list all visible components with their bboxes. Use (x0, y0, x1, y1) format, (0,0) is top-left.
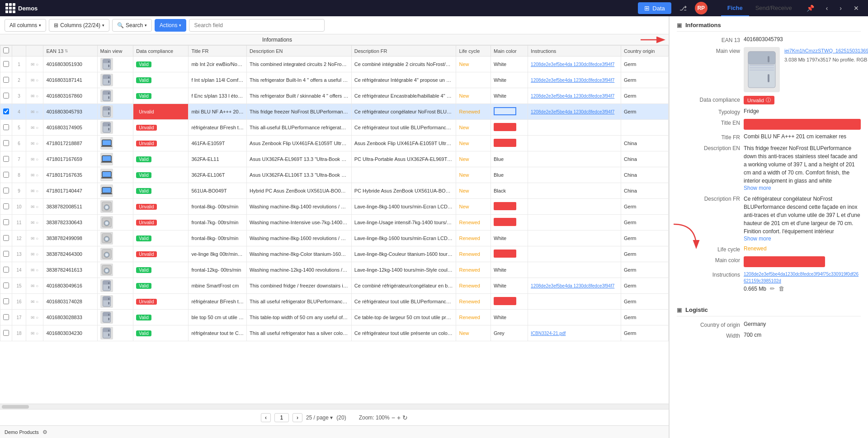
row-number: 2 (12, 72, 26, 88)
search-button[interactable]: 🔍 Search ▾ (112, 19, 152, 32)
table-row[interactable]: 14✉ ○3838782461613Validfrontal-12kg- 00t… (0, 262, 669, 278)
header-country[interactable]: Country origin (621, 46, 669, 57)
avatar[interactable]: RP (695, 2, 708, 14)
header-instructions[interactable]: Instructions (528, 46, 621, 57)
row-checkbox[interactable] (3, 124, 9, 130)
settings-icon[interactable]: ⚙ (42, 429, 47, 435)
header-data-compliance[interactable]: Data compliance (133, 46, 189, 57)
row-checkbox[interactable] (3, 77, 9, 83)
page-input[interactable] (274, 413, 289, 422)
field-desc-fr: Description FR Ce réfrigérateur congélat… (677, 195, 861, 242)
collapse-icon[interactable]: ▣ (677, 22, 682, 28)
show-more-en[interactable]: Show more (744, 185, 771, 191)
table-row[interactable]: 4✉ ○4016803045793Unvalidmbi BLU NF A+++ … (0, 104, 669, 120)
columns-button[interactable]: ⊞ Columns (22/24) ▾ (49, 19, 109, 32)
instructions-edit-button[interactable]: ✏ (770, 285, 775, 292)
header-main-view[interactable]: Main view (97, 46, 133, 57)
refresh-button[interactable]: ↻ (402, 414, 408, 421)
info-icon[interactable]: ⓘ (766, 97, 771, 104)
row-checkbox[interactable] (3, 172, 9, 178)
table-row[interactable]: 3✉ ○4016803167860Validf Enc s/plan 133 l… (0, 88, 669, 104)
row-checkbox[interactable] (3, 108, 9, 114)
scroll-thumb[interactable] (2, 405, 29, 409)
instructions-link[interactable]: 1208de2e3ef5be4da 1230dc8fedce3f94f7 (531, 62, 614, 67)
instructions-link[interactable]: 1208de2e3ef5be4da 1230dc8fedce3f94f7 (531, 109, 614, 114)
select-all-checkbox[interactable] (3, 47, 9, 53)
show-more-fr[interactable]: Show more (744, 235, 771, 242)
row-main-color (491, 215, 528, 231)
instructions-link[interactable]: 1208de2e3ef5be4da 1230dc8fedce3f94f7 (531, 78, 614, 83)
header-lifecycle[interactable]: Life cycle (456, 46, 491, 57)
table-row[interactable]: 18✉ ○4016803034230Validréfrigérateur tou… (0, 325, 669, 341)
color-red-block (494, 250, 516, 258)
row-checkbox[interactable] (3, 283, 9, 288)
all-columns-button[interactable]: All columns ▾ (5, 19, 46, 32)
row-checkbox[interactable] (3, 93, 9, 99)
header-desc-fr[interactable]: Description FR (351, 46, 456, 57)
instructions-link[interactable]: 1208de2e3ef5be4da 1230dc8fedce3f94f7 (531, 94, 614, 99)
header-desc-en[interactable]: Description EN (247, 46, 352, 57)
tab-fiche[interactable]: Fiche (721, 0, 749, 16)
title-en-value[interactable] (744, 119, 861, 130)
table-row[interactable]: 12✉ ○3838782499098Validfrontal-8kg- 00tr… (0, 231, 669, 246)
actions-button[interactable]: Actions ▾ (155, 19, 186, 32)
data-button[interactable]: ⊞ Data (638, 2, 671, 14)
header-ean13[interactable]: EAN 13 ⇅ (43, 46, 97, 57)
per-page-selector[interactable]: 25 / page ▾ (306, 414, 333, 421)
main-color-value[interactable] (744, 256, 825, 267)
row-checkbox[interactable] (3, 267, 9, 273)
pin-icon[interactable]: 📌 (803, 3, 818, 14)
nav-next-icon[interactable]: › (836, 3, 845, 14)
table-row[interactable]: 17✉ ○4016803028833Validble top 50 cm ut … (0, 310, 669, 325)
zoom-out-button[interactable]: − (392, 414, 395, 421)
row-checkbox[interactable] (3, 61, 9, 67)
invalid-badge: Unvalid (136, 141, 156, 146)
horizontal-scrollbar[interactable] (0, 404, 669, 409)
row-checkbox[interactable] (3, 235, 9, 241)
table-row[interactable]: 8✉ ○4718017167635Valid362FA-EL106TAsus U… (0, 167, 669, 183)
page-next-button[interactable]: › (292, 413, 302, 422)
instructions-link[interactable]: 1208de2e3ef5be4da 1230dc8fedce3f94f7 (531, 283, 614, 288)
row-checkbox[interactable] (3, 140, 9, 146)
data-table-wrapper[interactable]: EAN 13 ⇅ Main view Data compliance Title… (0, 45, 669, 404)
table-row[interactable]: 10✉ ○3838782008511Unvalidfrontal-8kg- 00… (0, 199, 669, 215)
close-icon[interactable]: ✕ (850, 3, 863, 14)
zoom-in-button[interactable]: + (397, 414, 401, 421)
row-checkbox[interactable] (3, 298, 9, 304)
svg-rect-63 (108, 334, 109, 336)
network-icon-button[interactable]: ⎇ (676, 3, 690, 14)
row-data-compliance: Valid (133, 72, 189, 88)
table-row[interactable]: 13✉ ○3838782464300Unvalidve-linge 8kg 00… (0, 246, 669, 262)
search-input[interactable] (189, 19, 325, 32)
row-checkbox[interactable] (3, 188, 9, 193)
row-checkbox[interactable] (3, 156, 9, 162)
instructions-delete-button[interactable]: 🗑 (778, 285, 784, 292)
file-link[interactable]: iei7Km1hCmzzSTWQ_1625150313692.jpg (784, 47, 868, 55)
table-row[interactable]: 2✉ ○4016803187141Validf Int s/plan 114l … (0, 72, 669, 88)
instructions-link[interactable]: 1208de2e3ef5be4da1230dc8fedce3f94f75c330… (744, 271, 861, 284)
table-row[interactable]: 16✉ ○4016803174028Unvalidréfrigérateur B… (0, 294, 669, 310)
instructions-link[interactable]: ICBN3324-21.pdf (531, 331, 566, 336)
row-checkbox[interactable] (3, 330, 9, 336)
row-checkbox[interactable] (3, 314, 9, 320)
table-row[interactable]: 5✉ ○4016803174905Unvalidréfrigérateur BF… (0, 120, 669, 136)
page-prev-button[interactable]: ‹ (261, 413, 271, 422)
header-title-fr[interactable]: Title FR (189, 46, 247, 57)
table-row[interactable]: 7✉ ○4718017167659Valid362FA-EL11Asus UX3… (0, 151, 669, 167)
row-data-compliance: Unvalid (133, 215, 189, 231)
tab-send-receive[interactable]: Send/Receive (749, 0, 798, 16)
table-row[interactable]: 6✉ ○4718017218887Unvalid461FA-E1059TAsus… (0, 136, 669, 151)
color-border-input[interactable] (494, 107, 516, 115)
svg-rect-14 (103, 107, 110, 111)
table-row[interactable]: 15✉ ○4016803049616Validmbine SmartFrost … (0, 278, 669, 294)
collapse-logistic-icon[interactable]: ▣ (677, 307, 682, 313)
row-checkbox[interactable] (3, 251, 9, 257)
table-row[interactable]: 11✉ ○3838782330643Unvalidfrontal-7kg- 00… (0, 215, 669, 231)
row-checkbox[interactable] (3, 219, 9, 225)
header-main-color[interactable]: Main color (491, 46, 528, 57)
row-checkbox[interactable] (3, 203, 9, 209)
row-main-view (97, 183, 133, 199)
table-row[interactable]: 1✉ ○4016803051930Validmb Int 2cir ewBio/… (0, 57, 669, 72)
table-row[interactable]: 9✉ ○4718017140447Valid561UA-BO049THybrid… (0, 183, 669, 199)
nav-prev-icon[interactable]: ‹ (822, 3, 832, 14)
